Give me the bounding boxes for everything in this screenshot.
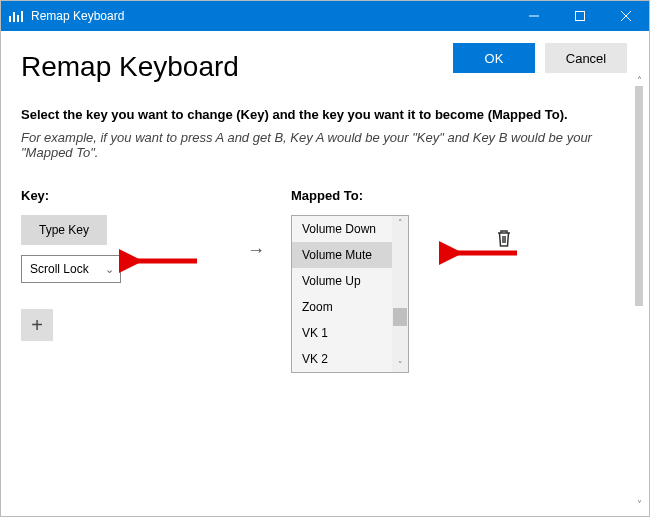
page-scroll-up-icon[interactable]: ˄: [637, 75, 642, 86]
add-mapping-button[interactable]: +: [21, 309, 53, 341]
mapped-to-label: Mapped To:: [291, 188, 451, 203]
list-item[interactable]: VK 1: [292, 320, 408, 346]
ok-button[interactable]: OK: [453, 43, 535, 73]
key-label: Key:: [21, 188, 221, 203]
page-scroll-down-icon[interactable]: ˅: [637, 499, 642, 510]
list-item[interactable]: Zoom: [292, 294, 408, 320]
content-area: OK Cancel Remap Keyboard Select the key …: [1, 31, 649, 516]
list-item[interactable]: VK 2: [292, 346, 408, 372]
list-item[interactable]: Volume Down: [292, 216, 408, 242]
key-dropdown[interactable]: Scroll Lock ⌄: [21, 255, 121, 283]
page-scrollbar-thumb[interactable]: [635, 86, 643, 306]
app-icon: [9, 9, 25, 23]
list-item[interactable]: Volume Mute: [292, 242, 408, 268]
scroll-up-icon[interactable]: ˄: [398, 216, 403, 230]
instruction-main: Select the key you want to change (Key) …: [21, 107, 629, 122]
maps-to-arrow-icon: →: [221, 188, 291, 261]
key-dropdown-value: Scroll Lock: [30, 262, 89, 276]
window-titlebar: Remap Keyboard: [1, 1, 649, 31]
delete-mapping-button[interactable]: [495, 228, 513, 251]
window-minimize-button[interactable]: [511, 1, 557, 31]
instruction-example: For example, if you want to press A and …: [21, 130, 629, 160]
window-title: Remap Keyboard: [31, 9, 511, 23]
chevron-down-icon: ⌄: [105, 263, 114, 276]
listbox-scrollbar[interactable]: ˄ ˅: [392, 216, 408, 372]
window-close-button[interactable]: [603, 1, 649, 31]
scroll-down-icon[interactable]: ˅: [398, 358, 403, 372]
list-item[interactable]: Volume Up: [292, 268, 408, 294]
cancel-button[interactable]: Cancel: [545, 43, 627, 73]
svg-rect-1: [576, 12, 585, 21]
mapped-to-listbox[interactable]: Volume DownVolume MuteVolume UpZoomVK 1V…: [291, 215, 409, 373]
scrollbar-thumb[interactable]: [393, 308, 407, 326]
window-maximize-button[interactable]: [557, 1, 603, 31]
plus-icon: +: [31, 314, 43, 337]
type-key-button[interactable]: Type Key: [21, 215, 107, 245]
page-scrollbar[interactable]: ˄ ˅: [631, 75, 647, 510]
